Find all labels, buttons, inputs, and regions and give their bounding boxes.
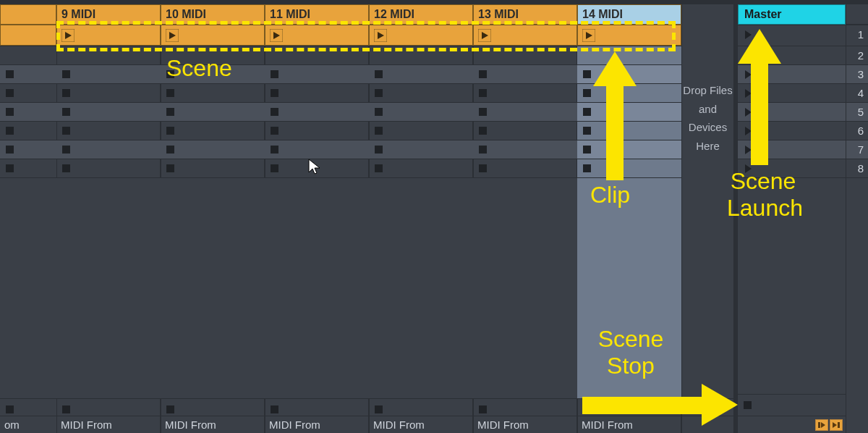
scene-launch-button[interactable] xyxy=(738,64,846,83)
clip-area[interactable] xyxy=(369,177,473,398)
stop-icon xyxy=(166,405,174,413)
io-label-row: MIDI From xyxy=(577,416,681,433)
io-selector-left[interactable] xyxy=(815,419,828,431)
empty-clip-slot[interactable] xyxy=(265,46,369,64)
empty-clip-slot[interactable] xyxy=(161,64,265,83)
io-selector-right[interactable] xyxy=(830,419,843,431)
track-header[interactable]: 13 MIDI xyxy=(473,4,577,25)
empty-clip-slot[interactable] xyxy=(161,46,265,64)
scene-number[interactable]: 8 xyxy=(846,159,868,177)
clip-slot[interactable] xyxy=(473,25,577,46)
svg-marker-13 xyxy=(821,422,825,428)
empty-clip-slot[interactable] xyxy=(56,64,161,83)
empty-clip-slot[interactable] xyxy=(56,46,161,64)
scene-number[interactable]: 4 xyxy=(846,83,868,102)
empty-clip-slot[interactable] xyxy=(161,83,265,102)
track-header[interactable]: 12 MIDI xyxy=(369,4,473,25)
clip-slot[interactable] xyxy=(577,25,681,46)
stop-icon xyxy=(166,164,174,172)
empty-clip-slot[interactable] xyxy=(56,121,161,140)
empty-clip-slot[interactable] xyxy=(577,102,681,121)
scene-number[interactable]: 3 xyxy=(846,64,868,83)
empty-clip-slot[interactable] xyxy=(265,140,369,159)
track-title: 13 MIDI xyxy=(478,8,519,21)
stop-all-scenes[interactable] xyxy=(738,394,846,416)
empty-clip-slot[interactable] xyxy=(161,140,265,159)
empty-clip-slot[interactable] xyxy=(577,159,681,177)
scene-number[interactable]: 7 xyxy=(846,140,868,159)
stop-icon xyxy=(166,89,174,97)
empty-clip-slot[interactable] xyxy=(369,83,473,102)
scene-launch-button[interactable] xyxy=(738,159,846,177)
empty-clip-slot[interactable] xyxy=(265,159,369,177)
empty-clip-slot[interactable] xyxy=(473,46,577,64)
empty-clip-slot[interactable] xyxy=(577,83,681,102)
master-track: Master xyxy=(737,4,846,433)
empty-clip-slot[interactable] xyxy=(473,83,577,102)
empty-clip-slot[interactable] xyxy=(161,159,265,177)
empty-clip-slot[interactable] xyxy=(577,64,681,83)
empty-clip-slot[interactable] xyxy=(56,102,161,121)
empty-clip-slot[interactable] xyxy=(369,159,473,177)
clip-slot[interactable] xyxy=(56,25,161,46)
clip-slot[interactable] xyxy=(369,25,473,46)
scene-launch-button[interactable] xyxy=(738,25,846,43)
empty-clip-slot[interactable] xyxy=(369,121,473,140)
empty-clip-slot[interactable] xyxy=(56,159,161,177)
scene-launch-button[interactable] xyxy=(738,83,846,102)
clip-slot[interactable] xyxy=(161,25,265,46)
stop-icon xyxy=(271,405,278,413)
play-icon xyxy=(745,51,752,60)
empty-clip-slot[interactable] xyxy=(161,121,265,140)
empty-clip-slot[interactable] xyxy=(473,159,577,177)
scene-launch-button[interactable] xyxy=(738,140,846,159)
empty-clip-slot[interactable] xyxy=(265,102,369,121)
scene-launch-button[interactable] xyxy=(738,121,846,140)
scene-number[interactable]: 5 xyxy=(846,102,868,121)
scene-number[interactable]: 2 xyxy=(846,46,868,64)
empty-clip-slot[interactable] xyxy=(369,46,473,64)
clip-area[interactable] xyxy=(56,177,161,398)
track-partial: om xyxy=(0,4,56,433)
play-icon xyxy=(745,108,752,117)
empty-clip-slot[interactable] xyxy=(265,121,369,140)
master-header[interactable]: Master xyxy=(738,4,846,25)
stop-icon xyxy=(271,108,278,116)
scene-number[interactable]: 1 xyxy=(846,25,868,43)
clip-area[interactable] xyxy=(473,177,577,398)
empty-clip-slot[interactable] xyxy=(473,140,577,159)
clip-slot[interactable] xyxy=(265,25,369,46)
track-header[interactable]: 9 MIDI xyxy=(56,4,161,25)
empty-clip-slot[interactable] xyxy=(265,64,369,83)
empty-clip-slot[interactable] xyxy=(56,83,161,102)
stop-icon xyxy=(6,164,14,172)
stop-icon xyxy=(375,108,383,116)
track-header[interactable]: 10 MIDI xyxy=(161,4,265,25)
clip-area[interactable] xyxy=(161,177,265,398)
empty-clip-slot[interactable] xyxy=(369,140,473,159)
track-header[interactable]: 14 MIDI xyxy=(577,4,681,25)
empty-clip-slot[interactable] xyxy=(369,102,473,121)
empty-clip-slot[interactable] xyxy=(161,102,265,121)
empty-clip-slot[interactable] xyxy=(369,64,473,83)
empty-clip-slot[interactable] xyxy=(265,83,369,102)
clip-area[interactable] xyxy=(577,177,681,398)
stop-icon xyxy=(375,127,383,135)
empty-clip-slot[interactable] xyxy=(473,102,577,121)
scene-launch-button[interactable] xyxy=(738,46,846,64)
clip-area[interactable] xyxy=(265,177,369,398)
empty-clip-slot[interactable] xyxy=(577,121,681,140)
stop-icon xyxy=(479,127,487,135)
stop-icon xyxy=(583,405,591,413)
drop-area[interactable]: Drop Files and Devices Here xyxy=(681,4,734,433)
stop-all-icon[interactable] xyxy=(6,405,14,413)
track-header[interactable]: 11 MIDI xyxy=(265,4,369,25)
empty-clip-slot[interactable] xyxy=(577,46,681,64)
scene-number[interactable]: 6 xyxy=(846,121,868,140)
empty-clip-slot[interactable] xyxy=(473,64,577,83)
scene-launch-button[interactable] xyxy=(738,102,846,121)
empty-clip-slot[interactable] xyxy=(56,140,161,159)
empty-clip-slot[interactable] xyxy=(577,140,681,159)
empty-clip-slot[interactable] xyxy=(473,121,577,140)
play-icon xyxy=(166,29,179,42)
